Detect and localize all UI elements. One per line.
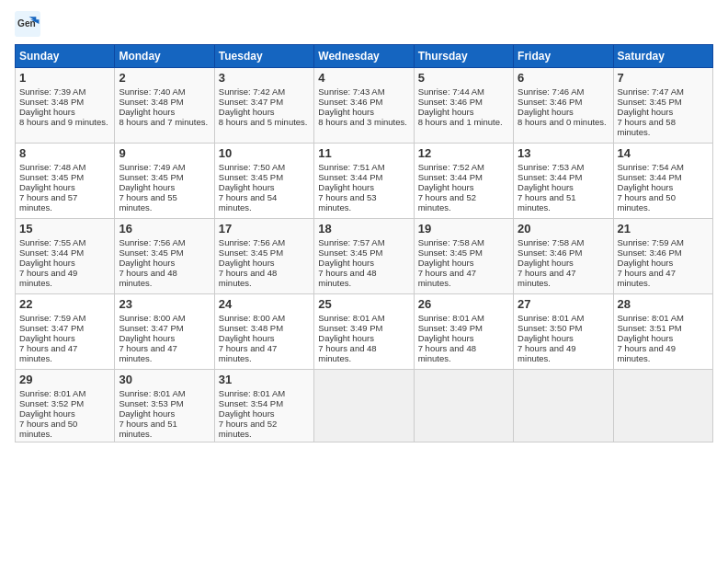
sunset-label: Sunset: 3:48 PM bbox=[19, 97, 84, 107]
daylight-label: Daylight hours bbox=[119, 107, 175, 117]
day-number: 27 bbox=[518, 297, 609, 311]
table-row bbox=[613, 370, 712, 442]
sunset-label: Sunset: 3:52 PM bbox=[19, 398, 84, 408]
table-row: 15 Sunrise: 7:55 AM Sunset: 3:44 PM Dayl… bbox=[16, 219, 115, 294]
table-row: 28 Sunrise: 8:01 AM Sunset: 3:51 PM Dayl… bbox=[613, 294, 712, 370]
sunset-label: Sunset: 3:47 PM bbox=[219, 97, 283, 107]
daylight-label: Daylight hours bbox=[418, 182, 474, 192]
daylight-label: Daylight hours bbox=[219, 107, 275, 117]
sunrise-label: Sunrise: 7:53 AM bbox=[518, 162, 584, 172]
daylight-value: 7 hours and 48 minutes. bbox=[418, 343, 476, 363]
sunset-label: Sunset: 3:46 PM bbox=[618, 247, 682, 258]
table-row bbox=[414, 370, 513, 442]
table-row: 25 Sunrise: 8:01 AM Sunset: 3:49 PM Dayl… bbox=[314, 294, 414, 370]
daylight-label: Daylight hours bbox=[119, 408, 175, 419]
sunrise-label: Sunrise: 8:01 AM bbox=[318, 313, 384, 323]
daylight-label: Daylight hours bbox=[318, 182, 374, 192]
daylight-value: 8 hours and 1 minute. bbox=[418, 117, 503, 127]
daylight-value: 7 hours and 47 minutes. bbox=[418, 268, 476, 288]
daylight-value: 7 hours and 48 minutes. bbox=[318, 343, 376, 363]
daylight-value: 8 hours and 7 minutes. bbox=[119, 117, 208, 127]
daylight-label: Daylight hours bbox=[119, 182, 175, 192]
daylight-value: 7 hours and 52 minutes. bbox=[418, 192, 476, 213]
sunrise-label: Sunrise: 7:46 AM bbox=[518, 86, 584, 97]
sunset-label: Sunset: 3:44 PM bbox=[19, 247, 84, 258]
daylight-label: Daylight hours bbox=[19, 258, 75, 268]
col-thursday: Thursday bbox=[414, 45, 513, 68]
table-row: 22 Sunrise: 7:59 AM Sunset: 3:47 PM Dayl… bbox=[16, 294, 115, 370]
day-number: 17 bbox=[219, 222, 310, 236]
day-number: 12 bbox=[418, 146, 509, 160]
table-row: 19 Sunrise: 7:58 AM Sunset: 3:45 PM Dayl… bbox=[414, 219, 513, 294]
day-number: 8 bbox=[19, 146, 110, 160]
daylight-value: 7 hours and 48 minutes. bbox=[219, 268, 277, 288]
daylight-value: 7 hours and 49 minutes. bbox=[19, 268, 77, 288]
sunset-label: Sunset: 3:46 PM bbox=[418, 97, 483, 107]
daylight-label: Daylight hours bbox=[618, 107, 674, 117]
table-row: 16 Sunrise: 7:56 AM Sunset: 3:45 PM Dayl… bbox=[115, 219, 214, 294]
calendar-week-row: 1 Sunrise: 7:39 AM Sunset: 3:48 PM Dayli… bbox=[16, 68, 713, 144]
day-number: 29 bbox=[19, 373, 110, 386]
sunset-label: Sunset: 3:49 PM bbox=[318, 323, 382, 333]
calendar-week-row: 22 Sunrise: 7:59 AM Sunset: 3:47 PM Dayl… bbox=[16, 294, 713, 370]
sunset-label: Sunset: 3:45 PM bbox=[318, 247, 382, 258]
daylight-label: Daylight hours bbox=[219, 333, 275, 343]
table-row: 4 Sunrise: 7:43 AM Sunset: 3:46 PM Dayli… bbox=[314, 68, 414, 144]
daylight-value: 8 hours and 9 minutes. bbox=[19, 117, 108, 127]
col-tuesday: Tuesday bbox=[214, 45, 313, 68]
daylight-value: 7 hours and 48 minutes. bbox=[119, 268, 176, 288]
calendar-week-row: 29 Sunrise: 8:01 AM Sunset: 3:52 PM Dayl… bbox=[16, 370, 713, 442]
day-number: 23 bbox=[119, 297, 210, 311]
daylight-label: Daylight hours bbox=[618, 333, 674, 343]
sunset-label: Sunset: 3:46 PM bbox=[518, 97, 582, 107]
table-row: 2 Sunrise: 7:40 AM Sunset: 3:48 PM Dayli… bbox=[115, 68, 214, 144]
sunset-label: Sunset: 3:45 PM bbox=[219, 247, 283, 258]
sunrise-label: Sunrise: 7:52 AM bbox=[418, 162, 484, 172]
sunrise-label: Sunrise: 8:00 AM bbox=[119, 313, 185, 323]
day-number: 28 bbox=[618, 297, 709, 311]
daylight-label: Daylight hours bbox=[518, 182, 574, 192]
daylight-value: 7 hours and 47 minutes. bbox=[219, 343, 277, 363]
sunrise-label: Sunrise: 8:01 AM bbox=[219, 388, 285, 398]
daylight-label: Daylight hours bbox=[518, 258, 574, 268]
sunset-label: Sunset: 3:50 PM bbox=[518, 323, 582, 333]
sunrise-label: Sunrise: 7:59 AM bbox=[19, 313, 85, 323]
sunrise-label: Sunrise: 8:01 AM bbox=[19, 388, 85, 398]
daylight-label: Daylight hours bbox=[418, 333, 474, 343]
day-number: 7 bbox=[618, 71, 709, 85]
logo-icon: Gen bbox=[15, 11, 40, 37]
sunrise-label: Sunrise: 7:40 AM bbox=[119, 86, 185, 97]
table-row: 12 Sunrise: 7:52 AM Sunset: 3:44 PM Dayl… bbox=[414, 144, 513, 219]
header: Gen bbox=[15, 11, 713, 37]
day-number: 6 bbox=[518, 71, 609, 85]
daylight-label: Daylight hours bbox=[318, 258, 374, 268]
day-number: 14 bbox=[618, 146, 709, 160]
table-row: 5 Sunrise: 7:44 AM Sunset: 3:46 PM Dayli… bbox=[414, 68, 513, 144]
daylight-label: Daylight hours bbox=[19, 333, 75, 343]
col-friday: Friday bbox=[514, 45, 613, 68]
daylight-label: Daylight hours bbox=[518, 107, 574, 117]
daylight-label: Daylight hours bbox=[219, 258, 275, 268]
day-number: 26 bbox=[418, 297, 509, 311]
sunset-label: Sunset: 3:46 PM bbox=[518, 247, 582, 258]
daylight-value: 7 hours and 47 minutes. bbox=[19, 343, 77, 363]
table-row: 18 Sunrise: 7:57 AM Sunset: 3:45 PM Dayl… bbox=[314, 219, 414, 294]
daylight-label: Daylight hours bbox=[418, 258, 474, 268]
daylight-value: 7 hours and 47 minutes. bbox=[119, 343, 176, 363]
daylight-value: 7 hours and 57 minutes. bbox=[19, 192, 77, 213]
daylight-label: Daylight hours bbox=[318, 107, 374, 117]
daylight-value: 7 hours and 47 minutes. bbox=[618, 268, 676, 288]
daylight-label: Daylight hours bbox=[518, 333, 574, 343]
daylight-value: 7 hours and 52 minutes. bbox=[219, 419, 277, 439]
daylight-value: 7 hours and 53 minutes. bbox=[318, 192, 376, 213]
table-row: 6 Sunrise: 7:46 AM Sunset: 3:46 PM Dayli… bbox=[514, 68, 613, 144]
sunrise-label: Sunrise: 7:50 AM bbox=[219, 162, 285, 172]
table-row: 26 Sunrise: 8:01 AM Sunset: 3:49 PM Dayl… bbox=[414, 294, 513, 370]
sunrise-label: Sunrise: 7:57 AM bbox=[318, 237, 384, 247]
sunset-label: Sunset: 3:45 PM bbox=[618, 97, 682, 107]
daylight-value: 7 hours and 48 minutes. bbox=[318, 268, 376, 288]
table-row: 7 Sunrise: 7:47 AM Sunset: 3:45 PM Dayli… bbox=[613, 68, 712, 144]
table-row: 8 Sunrise: 7:48 AM Sunset: 3:45 PM Dayli… bbox=[16, 144, 115, 219]
sunrise-label: Sunrise: 8:01 AM bbox=[119, 388, 185, 398]
sunset-label: Sunset: 3:54 PM bbox=[219, 398, 283, 408]
